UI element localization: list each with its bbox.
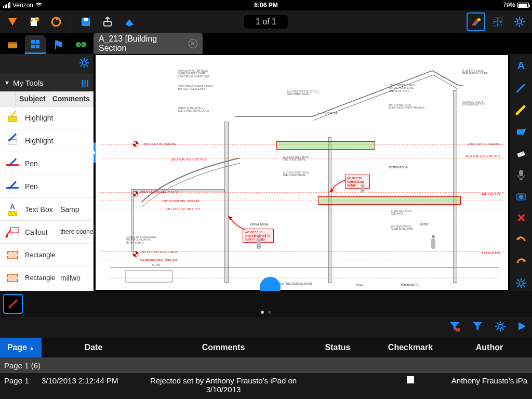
svg-line-69 (517, 285, 519, 287)
cell-author: Anthony Frausto's iPa (447, 376, 532, 385)
settings-button[interactable] (510, 12, 529, 31)
drawing-sheet[interactable]: we need to provide detail for built in s… (96, 55, 508, 290)
redo-button[interactable] (513, 254, 529, 269)
checkbox-icon[interactable] (407, 376, 414, 383)
cell-page: Page 1 (0, 376, 42, 385)
svg-line-24 (522, 18, 523, 20)
share-button[interactable] (98, 12, 117, 31)
col-comments-header[interactable]: Comments (49, 91, 94, 106)
svg-rect-44 (10, 228, 19, 233)
tool-table: Subject Comments Highlight Highlight Pen… (0, 91, 94, 291)
my-tools-header[interactable]: ▼ My Tools ||| (0, 74, 94, 91)
document-viewport[interactable]: we need to provide detail for built in s… (94, 54, 510, 291)
page-dots (261, 311, 271, 314)
cell-date: 3/10/2013 2:12:44 PM (42, 376, 145, 385)
svg-line-40 (81, 59, 82, 61)
svg-line-81 (502, 328, 504, 330)
tool-row[interactable]: Callout there coone (0, 221, 94, 244)
tool-row[interactable]: Rectangle (0, 244, 94, 267)
recent-pen-tool[interactable] (3, 294, 23, 314)
columns-icon[interactable]: ||| (81, 78, 89, 87)
svg-rect-56 (517, 151, 525, 157)
undo-button[interactable] (513, 232, 529, 248)
filter-button[interactable] (472, 321, 483, 334)
save-button[interactable] (76, 12, 95, 31)
svg-point-10 (477, 18, 481, 21)
group-row[interactable]: Page 1 (6) (0, 357, 532, 373)
close-icon[interactable]: ✕ (189, 39, 197, 48)
tab-bookmarks[interactable] (48, 35, 69, 54)
svg-line-67 (517, 280, 519, 281)
markup-row[interactable]: Page 1 3/10/2013 2:12:44 PM Rejected set… (0, 373, 532, 399)
tool-row[interactable]: A Text Box Samp (0, 198, 94, 221)
svg-marker-84 (518, 322, 526, 330)
pen-tool-button[interactable] (513, 80, 529, 96)
text-tool-button[interactable]: A (513, 58, 529, 74)
svg-line-43 (86, 59, 88, 61)
align-button[interactable] (488, 12, 507, 31)
scale-figure-icon (256, 235, 262, 250)
eraser-tool-button[interactable] (513, 145, 529, 161)
microphone-icon[interactable] (513, 167, 529, 182)
col-status-header[interactable]: Status (301, 343, 374, 352)
battery-pct-label: 79% (503, 2, 515, 9)
left-panel: ▼ My Tools ||| Subject Comments Highligh… (0, 54, 94, 291)
camera-icon[interactable] (513, 189, 529, 204)
tool-row[interactable]: Highlight (0, 107, 94, 129)
cell-checkmark[interactable] (374, 376, 447, 383)
elev-label: 1ST FLR FIN. (482, 251, 501, 255)
room-label: SITTING ROOM (389, 166, 408, 169)
col-subject-header[interactable]: Subject (16, 91, 49, 106)
svg-line-21 (516, 18, 517, 20)
svg-point-59 (519, 195, 523, 199)
tool-row[interactable]: Pen (0, 152, 94, 175)
svg-point-75 (498, 324, 502, 328)
scale-figure-icon (360, 181, 365, 194)
play-button[interactable] (517, 321, 527, 334)
svg-rect-27 (31, 40, 35, 44)
tab-search[interactable] (71, 35, 91, 54)
sync-button[interactable] (47, 12, 65, 31)
svg-line-70 (523, 280, 525, 281)
tool-row[interactable]: Pen (0, 175, 94, 198)
elev-label: 2ND FLR FIN. ELV. = 42'-0" (140, 190, 179, 193)
list-settings-button[interactable] (495, 321, 506, 335)
svg-rect-52 (126, 271, 172, 282)
studio-button[interactable] (120, 12, 139, 31)
svg-point-35 (82, 61, 86, 65)
tool-row[interactable]: Highlight (0, 129, 94, 152)
left-tab-bar (0, 33, 94, 54)
delete-button[interactable]: ✕ (513, 210, 529, 226)
battery-icon (517, 3, 529, 8)
svg-point-62 (519, 281, 523, 285)
highlight-rectangle[interactable] (318, 196, 461, 205)
recent-tools-tray (0, 291, 532, 317)
clear-filter-button[interactable] (449, 321, 460, 334)
document-tab[interactable]: A_213 [Building Section ✕ (94, 33, 203, 54)
col-checkmark-header[interactable]: Checkmark (374, 343, 447, 352)
new-doc-button[interactable] (25, 12, 44, 31)
svg-rect-28 (36, 40, 39, 44)
col-date-header[interactable]: Date (42, 343, 145, 352)
col-comments-header[interactable]: Comments (145, 343, 301, 352)
svg-line-41 (86, 65, 88, 66)
markup-tools-button[interactable] (467, 12, 485, 31)
svg-point-2 (35, 17, 39, 21)
tab-toolchest[interactable] (2, 35, 23, 54)
scale-figure-icon (430, 235, 436, 250)
page-indicator[interactable]: 1 of 1 (244, 15, 288, 29)
col-page-header[interactable]: Page▲ (0, 338, 42, 357)
highlight-rectangle[interactable] (276, 141, 375, 150)
shape-tool-button[interactable] (513, 123, 529, 139)
highlighter-tool-button[interactable] (513, 102, 529, 117)
svg-point-16 (517, 20, 522, 24)
elev-label: 1ST FLOOR FIN. CEILING (162, 200, 200, 203)
tab-thumbnails[interactable] (25, 35, 46, 54)
panel-settings-icon[interactable] (79, 58, 89, 70)
svg-line-83 (502, 323, 504, 324)
menu-triangle-button[interactable] (3, 12, 22, 31)
tool-settings-button[interactable] (513, 275, 529, 291)
document-tab-title: A_213 [Building Section (99, 34, 183, 53)
tool-row[interactable]: Rectangle millwo (0, 267, 94, 289)
col-author-header[interactable]: Author (447, 343, 532, 352)
